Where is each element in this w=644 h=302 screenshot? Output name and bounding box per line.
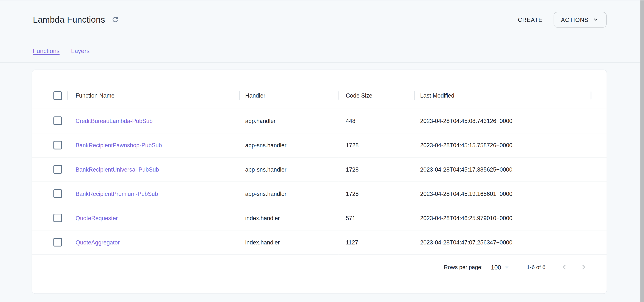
functions-table: Function Name Handler Code Size Last Mod… <box>32 83 607 254</box>
function-name-link[interactable]: BankRecipientPawnshop-PubSub <box>76 142 162 148</box>
tab-layers[interactable]: Layers <box>71 47 90 54</box>
code-size-cell: 1728 <box>338 133 414 157</box>
row-checkbox[interactable] <box>53 189 62 198</box>
table-row: QuoteRequester index.handler 571 2023-04… <box>32 206 607 230</box>
refresh-icon <box>112 16 119 24</box>
last-modified-cell: 2023-04-28T04:45:17.385625+0000 <box>414 157 607 182</box>
code-size-cell: 1728 <box>338 182 414 206</box>
tab-functions[interactable]: Functions <box>33 47 60 54</box>
last-modified-cell: 2023-04-28T04:45:19.168601+0000 <box>414 182 607 206</box>
code-size-cell: 448 <box>338 109 414 133</box>
code-size-cell: 1127 <box>338 230 414 254</box>
chevron-down-icon <box>592 16 599 23</box>
last-modified-cell: 2023-04-28T04:46:25.979010+0000 <box>414 206 607 230</box>
refresh-button[interactable] <box>111 16 120 24</box>
table-row: BankRecipientPawnshop-PubSub app-sns.han… <box>32 133 607 157</box>
last-modified-cell: 2023-04-28T04:45:15.758726+0000 <box>414 133 607 157</box>
vertical-scrollbar[interactable] <box>640 0 644 302</box>
handler-cell: index.handler <box>239 206 338 230</box>
last-modified-cell: 2023-04-28T04:47:07.256347+0000 <box>414 230 607 254</box>
code-size-cell: 571 <box>338 206 414 230</box>
select-all-checkbox[interactable] <box>53 91 62 100</box>
table-header-row: Function Name Handler Code Size Last Mod… <box>32 83 607 109</box>
handler-cell: app-sns.handler <box>239 157 338 182</box>
handler-cell: index.handler <box>239 230 338 254</box>
functions-table-card: Function Name Handler Code Size Last Mod… <box>32 70 607 294</box>
last-modified-cell: 2023-04-28T04:45:08.743126+0000 <box>414 109 607 133</box>
column-header-function-name[interactable]: Function Name <box>67 83 239 109</box>
column-header-last-modified[interactable]: Last Modified <box>414 83 607 109</box>
rows-per-page-value: 100 <box>491 264 501 271</box>
function-name-link[interactable]: QuoteAggregator <box>76 239 120 245</box>
lambda-functions-page: Lambda Functions CREATE ACTIONS Function… <box>0 0 644 302</box>
dropdown-arrow-icon <box>501 262 512 272</box>
next-page-button[interactable] <box>579 262 588 272</box>
function-name-link[interactable]: BankRecipientUniversal-PubSub <box>76 166 159 173</box>
chevron-left-icon <box>559 262 569 272</box>
table-row: QuoteAggregator index.handler 1127 2023-… <box>32 230 607 254</box>
function-name-link[interactable]: QuoteRequester <box>76 215 118 221</box>
create-button[interactable]: CREATE <box>514 13 547 26</box>
table-row: BankRecipientPremium-PubSub app-sns.hand… <box>32 182 607 206</box>
page-title: Lambda Functions <box>33 15 105 25</box>
row-checkbox[interactable] <box>53 238 62 246</box>
tabs-bar: Functions Layers <box>0 39 644 63</box>
column-header-code-size[interactable]: Code Size <box>338 83 414 109</box>
handler-cell: app-sns.handler <box>239 182 338 206</box>
function-name-link[interactable]: CreditBureauLambda-PubSub <box>76 117 152 124</box>
table-pagination: Rows per page: 100 1-6 of 6 <box>32 254 607 279</box>
column-header-handler[interactable]: Handler <box>239 83 338 109</box>
pagination-range: 1-6 of 6 <box>527 264 546 270</box>
row-checkbox[interactable] <box>53 165 62 174</box>
handler-cell: app.handler <box>239 109 338 133</box>
row-checkbox[interactable] <box>53 141 62 149</box>
handler-cell: app-sns.handler <box>239 133 338 157</box>
chevron-right-icon <box>579 262 588 272</box>
row-checkbox[interactable] <box>53 116 62 125</box>
actions-button[interactable]: ACTIONS <box>554 12 606 28</box>
function-name-link[interactable]: BankRecipientPremium-PubSub <box>76 190 158 197</box>
rows-per-page-label: Rows per page: <box>444 264 483 270</box>
code-size-cell: 1728 <box>338 157 414 182</box>
previous-page-button[interactable] <box>559 262 569 272</box>
actions-button-label: ACTIONS <box>561 16 588 23</box>
title-bar: Lambda Functions CREATE ACTIONS <box>0 0 644 39</box>
row-checkbox[interactable] <box>53 214 62 222</box>
rows-per-page-select[interactable]: 100 <box>491 262 512 272</box>
table-row: CreditBureauLambda-PubSub app.handler 44… <box>32 109 607 133</box>
table-row: BankRecipientUniversal-PubSub app-sns.ha… <box>32 157 607 182</box>
